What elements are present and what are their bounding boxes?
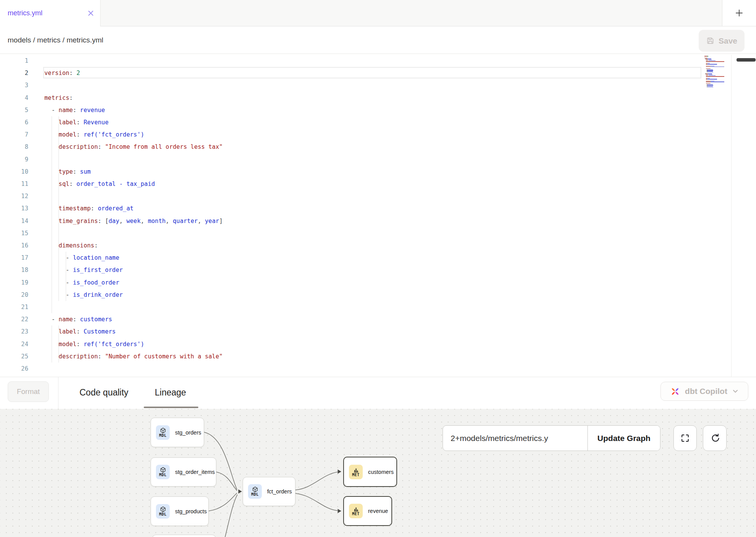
- dbt-copilot-button[interactable]: dbt Copilot: [660, 382, 748, 401]
- lineage-node-stg_order_items[interactable]: MDLstg_order_items: [151, 457, 216, 487]
- breadcrumb: models / metrics / metrics.yml: [8, 26, 103, 54]
- line-number: 18: [0, 264, 28, 276]
- code-line: version: 2: [44, 67, 80, 79]
- code-line: dimensions:: [44, 239, 98, 252]
- lineage-selector-group: 2+models/metrics/metrics.y Update Graph: [443, 425, 660, 451]
- node-label: revenue: [368, 508, 388, 514]
- lineage-edge-fct_orders-customers: [295, 472, 337, 490]
- model-cube-icon: MDL: [248, 484, 262, 499]
- code-line: description: "Income from all orders les…: [44, 141, 223, 153]
- code-line: model: ref('fct_orders'): [44, 129, 144, 141]
- line-number: 25: [0, 350, 28, 363]
- line-number: 11: [0, 178, 28, 190]
- close-icon[interactable]: [86, 9, 95, 18]
- line-number: 14: [0, 215, 28, 227]
- lineage-edge-stg_products-fct_orders: [209, 493, 237, 511]
- edge-arrowhead: [338, 509, 342, 513]
- node-label: fct_orders: [267, 488, 292, 495]
- lineage-node-fct_orders[interactable]: MDLfct_orders: [243, 477, 295, 506]
- line-number: 2: [0, 67, 28, 79]
- line-number: 16: [0, 239, 28, 252]
- code-line: - location_name: [44, 252, 119, 264]
- line-number: 20: [0, 289, 28, 301]
- code-line: - name: customers: [44, 313, 112, 325]
- lineage-node-revenue[interactable]: METrevenue: [343, 496, 392, 526]
- line-number: 19: [0, 277, 28, 289]
- line-number: 26: [0, 363, 28, 375]
- refresh-icon: [710, 433, 720, 443]
- edge-arrowhead: [338, 470, 342, 474]
- tab-title: metrics.yml: [8, 9, 86, 17]
- lineage-edge-hidden_model-fct_orders: [225, 495, 237, 537]
- code-line: description: "Number of customers with a…: [44, 350, 223, 363]
- line-number: 15: [0, 227, 28, 239]
- current-line-highlight: [43, 67, 701, 78]
- refresh-button[interactable]: [703, 425, 727, 451]
- line-number: 10: [0, 166, 28, 178]
- toolbar-divider: [58, 377, 58, 409]
- line-number: 1: [0, 55, 28, 67]
- code-line: label: Revenue: [44, 116, 109, 129]
- code-line: timestamp: ordered_at: [44, 202, 133, 215]
- tab-code-quality[interactable]: Code quality: [79, 377, 128, 408]
- line-number: 4: [0, 92, 28, 104]
- code-line: label: Customers: [44, 325, 116, 338]
- line-number: 24: [0, 338, 28, 350]
- format-button[interactable]: Format: [8, 381, 49, 402]
- lineage-node-stg_products[interactable]: MDLstg_products: [151, 496, 209, 526]
- tab-bar: metrics.yml: [0, 0, 756, 26]
- lineage-node-hidden_model[interactable]: MDL: [152, 535, 216, 537]
- code-line: metrics:: [44, 92, 73, 104]
- chevron-down-icon: [732, 388, 739, 395]
- line-number: 7: [0, 129, 28, 141]
- tab-metrics-yml[interactable]: metrics.yml: [0, 0, 101, 26]
- code-line: - name: revenue: [44, 104, 105, 116]
- metric-chart-icon: MET: [349, 504, 363, 518]
- line-number: 9: [0, 153, 28, 166]
- metric-chart-icon: MET: [349, 465, 363, 479]
- save-button[interactable]: Save: [699, 30, 745, 52]
- node-label: stg_orders: [175, 430, 201, 436]
- line-number: 17: [0, 252, 28, 264]
- code-line: - is_drink_order: [44, 289, 123, 301]
- fullscreen-button[interactable]: [673, 425, 697, 451]
- tab-lineage[interactable]: Lineage: [155, 377, 186, 408]
- active-tab-underline: [144, 407, 198, 408]
- lineage-selector-input[interactable]: 2+models/metrics/metrics.y: [443, 426, 588, 451]
- breadcrumb-row: models / metrics / metrics.yml Save: [0, 26, 756, 54]
- line-number: 12: [0, 190, 28, 202]
- lineage-node-stg_orders[interactable]: MDLstg_orders: [151, 418, 204, 447]
- floppy-disk-icon: [706, 36, 715, 45]
- node-label: stg_products: [175, 508, 207, 514]
- code-line: sql: order_total - tax_paid: [44, 178, 155, 190]
- scrollbar-thumb[interactable]: [737, 58, 756, 62]
- line-number: 22: [0, 313, 28, 325]
- dbt-copilot-icon: [670, 386, 680, 397]
- update-graph-button[interactable]: Update Graph: [588, 426, 660, 451]
- line-number: 6: [0, 116, 28, 129]
- code-line: model: ref('fct_orders'): [44, 338, 144, 350]
- model-cube-icon: MDL: [156, 425, 170, 440]
- model-cube-icon: MDL: [156, 504, 170, 519]
- code-editor[interactable]: 1234567891011121314151617181920212223242…: [0, 54, 756, 377]
- code-line: - is_first_order: [44, 264, 123, 276]
- line-number: 5: [0, 104, 28, 116]
- fullscreen-icon: [680, 433, 690, 443]
- lineage-canvas[interactable]: MDLstg_ordersMDLstg_order_itemsMDLstg_pr…: [0, 409, 756, 537]
- node-label: customers: [368, 469, 394, 475]
- edge-arrowhead: [238, 490, 242, 494]
- node-label: stg_order_items: [175, 469, 215, 475]
- line-number: 13: [0, 202, 28, 215]
- lineage-edge-fct_orders-revenue: [295, 493, 337, 511]
- new-tab-button[interactable]: [722, 0, 756, 26]
- bottom-toolbar: Format Code quality Lineage dbt Copilot: [0, 377, 756, 409]
- lineage-node-customers[interactable]: METcustomers: [343, 457, 397, 487]
- line-number: 3: [0, 79, 28, 91]
- code-line: - is_food_order: [44, 277, 119, 289]
- model-cube-icon: MDL: [156, 465, 170, 479]
- code-line: time_grains: [day, week, month, quarter,…: [44, 215, 223, 227]
- minimap-divider: [731, 55, 732, 377]
- line-number: 8: [0, 141, 28, 153]
- line-number: 23: [0, 325, 28, 338]
- save-label: Save: [719, 36, 737, 46]
